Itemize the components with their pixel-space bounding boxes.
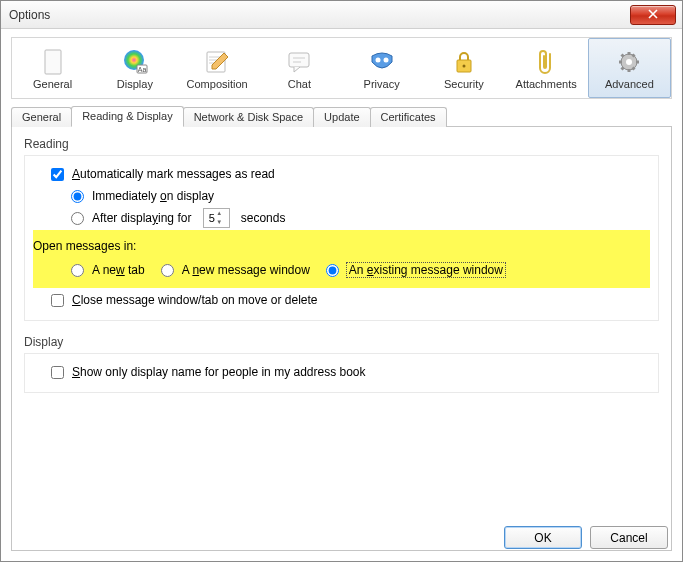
show-only-name-checkbox[interactable] <box>51 366 64 379</box>
category-privacy[interactable]: Privacy <box>341 38 423 98</box>
auto-mark-label: Automatically mark messages as read <box>72 167 275 181</box>
immediately-label: Immediately on display <box>92 189 214 203</box>
category-label: Privacy <box>364 78 400 90</box>
category-composition[interactable]: Composition <box>177 38 259 98</box>
tab-reading-display[interactable]: Reading & Display <box>71 106 184 127</box>
show-only-name-label: Show only display name for people in my … <box>72 365 366 379</box>
palette-icon: Aa <box>119 48 151 76</box>
close-icon <box>648 8 658 22</box>
category-security[interactable]: Security <box>423 38 505 98</box>
category-attachments[interactable]: Attachments <box>506 38 588 98</box>
paperclip-icon <box>530 48 562 76</box>
category-label: Attachments <box>516 78 577 90</box>
category-label: Advanced <box>605 78 654 90</box>
close-on-move-label: Close message window/tab on move or dele… <box>72 293 317 307</box>
seconds-label: seconds <box>241 211 286 225</box>
page-icon <box>37 48 69 76</box>
after-label: After displaying for <box>92 211 191 225</box>
subtab-row: General Reading & Display Network & Disk… <box>11 105 672 126</box>
spinner-icon[interactable]: ▲▼ <box>216 209 223 227</box>
open-newwindow-radio[interactable] <box>161 264 174 277</box>
open-existing-radio[interactable] <box>326 264 339 277</box>
immediately-radio[interactable] <box>71 190 84 203</box>
svg-rect-0 <box>45 50 61 74</box>
window-title: Options <box>9 8 630 22</box>
chat-icon <box>283 48 315 76</box>
svg-point-7 <box>383 58 388 63</box>
open-messages-highlight: Open messages in: A new tab A new messag… <box>33 230 650 288</box>
open-messages-label: Open messages in: <box>33 239 136 253</box>
svg-point-11 <box>626 59 632 65</box>
svg-text:Aa: Aa <box>138 66 147 73</box>
svg-point-9 <box>462 65 465 68</box>
auto-mark-checkbox[interactable] <box>51 168 64 181</box>
group-reading: Automatically mark messages as read Imme… <box>24 155 659 321</box>
category-label: General <box>33 78 72 90</box>
category-advanced[interactable]: Advanced <box>588 38 671 98</box>
svg-rect-5 <box>289 53 309 67</box>
category-chat[interactable]: Chat <box>259 38 341 98</box>
mask-icon <box>366 48 398 76</box>
category-label: Display <box>117 78 153 90</box>
tab-network-disk[interactable]: Network & Disk Space <box>183 107 314 127</box>
tab-general[interactable]: General <box>11 107 72 127</box>
tab-update[interactable]: Update <box>313 107 370 127</box>
group-reading-title: Reading <box>24 137 659 151</box>
svg-point-6 <box>375 58 380 63</box>
cancel-button[interactable]: Cancel <box>590 526 668 549</box>
category-label: Chat <box>288 78 311 90</box>
close-on-move-checkbox[interactable] <box>51 294 64 307</box>
group-display-title: Display <box>24 335 659 349</box>
ok-button[interactable]: OK <box>504 526 582 549</box>
category-general[interactable]: General <box>12 38 94 98</box>
category-label: Security <box>444 78 484 90</box>
open-newtab-label: A new tab <box>92 263 145 277</box>
compose-icon <box>201 48 233 76</box>
open-existing-label: An existing message window <box>347 263 505 277</box>
group-display: Show only display name for people in my … <box>24 353 659 393</box>
open-newwindow-label: A new message window <box>182 263 310 277</box>
after-radio[interactable] <box>71 212 84 225</box>
panel: Reading Automatically mark messages as r… <box>11 126 672 551</box>
category-label: Composition <box>187 78 248 90</box>
lock-icon <box>448 48 480 76</box>
gear-icon <box>613 48 645 76</box>
close-button[interactable] <box>630 5 676 25</box>
category-display[interactable]: Aa Display <box>94 38 176 98</box>
category-toolbar: General Aa Display Composition Chat Priv… <box>11 37 672 99</box>
tab-certificates[interactable]: Certificates <box>370 107 447 127</box>
open-newtab-radio[interactable] <box>71 264 84 277</box>
